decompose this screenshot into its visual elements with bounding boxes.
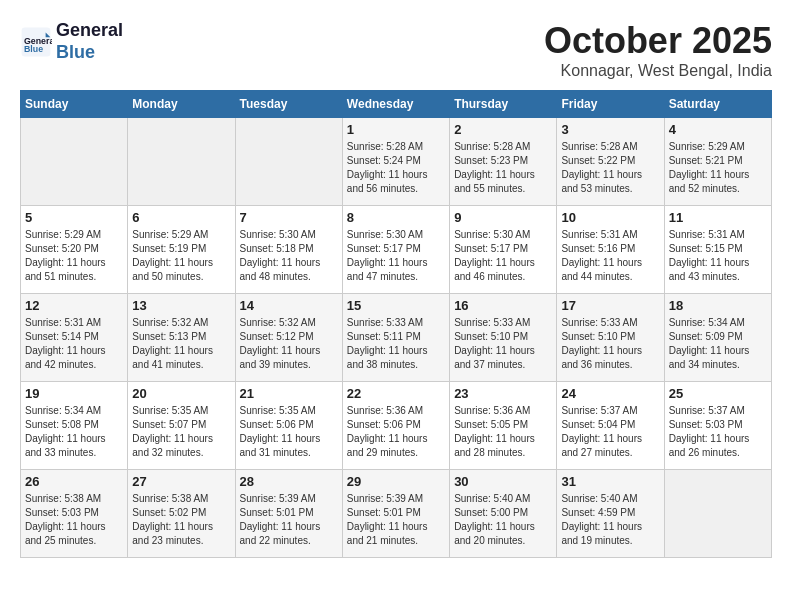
day-number: 27 [132,474,230,489]
calendar-cell: 13Sunrise: 5:32 AMSunset: 5:13 PMDayligh… [128,294,235,382]
calendar-cell [128,118,235,206]
day-number: 23 [454,386,552,401]
day-info: Sunrise: 5:29 AMSunset: 5:19 PMDaylight:… [132,228,230,284]
calendar-week-4: 19Sunrise: 5:34 AMSunset: 5:08 PMDayligh… [21,382,772,470]
calendar-week-3: 12Sunrise: 5:31 AMSunset: 5:14 PMDayligh… [21,294,772,382]
day-info: Sunrise: 5:28 AMSunset: 5:23 PMDaylight:… [454,140,552,196]
calendar-cell: 25Sunrise: 5:37 AMSunset: 5:03 PMDayligh… [664,382,771,470]
day-info: Sunrise: 5:30 AMSunset: 5:17 PMDaylight:… [347,228,445,284]
day-info: Sunrise: 5:31 AMSunset: 5:16 PMDaylight:… [561,228,659,284]
day-number: 7 [240,210,338,225]
day-number: 19 [25,386,123,401]
day-info: Sunrise: 5:35 AMSunset: 5:06 PMDaylight:… [240,404,338,460]
day-info: Sunrise: 5:28 AMSunset: 5:22 PMDaylight:… [561,140,659,196]
day-info: Sunrise: 5:36 AMSunset: 5:05 PMDaylight:… [454,404,552,460]
calendar-cell: 1Sunrise: 5:28 AMSunset: 5:24 PMDaylight… [342,118,449,206]
calendar-cell: 19Sunrise: 5:34 AMSunset: 5:08 PMDayligh… [21,382,128,470]
day-number: 10 [561,210,659,225]
day-number: 16 [454,298,552,313]
calendar-cell: 28Sunrise: 5:39 AMSunset: 5:01 PMDayligh… [235,470,342,558]
calendar-cell: 18Sunrise: 5:34 AMSunset: 5:09 PMDayligh… [664,294,771,382]
svg-text:Blue: Blue [24,44,43,54]
day-info: Sunrise: 5:31 AMSunset: 5:14 PMDaylight:… [25,316,123,372]
calendar-cell: 11Sunrise: 5:31 AMSunset: 5:15 PMDayligh… [664,206,771,294]
title-block: October 2025 Konnagar, West Bengal, Indi… [544,20,772,80]
day-number: 31 [561,474,659,489]
calendar-cell: 26Sunrise: 5:38 AMSunset: 5:03 PMDayligh… [21,470,128,558]
day-number: 20 [132,386,230,401]
calendar-cell: 14Sunrise: 5:32 AMSunset: 5:12 PMDayligh… [235,294,342,382]
weekday-header-monday: Monday [128,91,235,118]
calendar-cell: 2Sunrise: 5:28 AMSunset: 5:23 PMDaylight… [450,118,557,206]
day-info: Sunrise: 5:40 AMSunset: 5:00 PMDaylight:… [454,492,552,548]
weekday-header-friday: Friday [557,91,664,118]
weekday-header-saturday: Saturday [664,91,771,118]
calendar-cell: 21Sunrise: 5:35 AMSunset: 5:06 PMDayligh… [235,382,342,470]
calendar-cell: 22Sunrise: 5:36 AMSunset: 5:06 PMDayligh… [342,382,449,470]
calendar-cell [235,118,342,206]
day-info: Sunrise: 5:29 AMSunset: 5:21 PMDaylight:… [669,140,767,196]
page-header: General Blue General Blue October 2025 K… [20,20,772,80]
calendar-cell: 15Sunrise: 5:33 AMSunset: 5:11 PMDayligh… [342,294,449,382]
day-info: Sunrise: 5:39 AMSunset: 5:01 PMDaylight:… [347,492,445,548]
day-info: Sunrise: 5:34 AMSunset: 5:09 PMDaylight:… [669,316,767,372]
day-info: Sunrise: 5:31 AMSunset: 5:15 PMDaylight:… [669,228,767,284]
day-number: 26 [25,474,123,489]
calendar-cell: 17Sunrise: 5:33 AMSunset: 5:10 PMDayligh… [557,294,664,382]
day-number: 21 [240,386,338,401]
day-number: 15 [347,298,445,313]
calendar-cell: 12Sunrise: 5:31 AMSunset: 5:14 PMDayligh… [21,294,128,382]
calendar-cell: 24Sunrise: 5:37 AMSunset: 5:04 PMDayligh… [557,382,664,470]
calendar-cell: 27Sunrise: 5:38 AMSunset: 5:02 PMDayligh… [128,470,235,558]
calendar-cell: 10Sunrise: 5:31 AMSunset: 5:16 PMDayligh… [557,206,664,294]
calendar-week-1: 1Sunrise: 5:28 AMSunset: 5:24 PMDaylight… [21,118,772,206]
logo-icon: General Blue [20,26,52,58]
day-number: 9 [454,210,552,225]
day-number: 3 [561,122,659,137]
calendar-cell: 4Sunrise: 5:29 AMSunset: 5:21 PMDaylight… [664,118,771,206]
calendar-table: SundayMondayTuesdayWednesdayThursdayFrid… [20,90,772,558]
calendar-cell [664,470,771,558]
day-info: Sunrise: 5:38 AMSunset: 5:03 PMDaylight:… [25,492,123,548]
day-info: Sunrise: 5:34 AMSunset: 5:08 PMDaylight:… [25,404,123,460]
calendar-cell: 6Sunrise: 5:29 AMSunset: 5:19 PMDaylight… [128,206,235,294]
calendar-cell: 20Sunrise: 5:35 AMSunset: 5:07 PMDayligh… [128,382,235,470]
day-number: 4 [669,122,767,137]
logo-line1: General [56,20,123,42]
day-info: Sunrise: 5:30 AMSunset: 5:17 PMDaylight:… [454,228,552,284]
calendar-cell: 29Sunrise: 5:39 AMSunset: 5:01 PMDayligh… [342,470,449,558]
logo-line2: Blue [56,42,123,64]
day-number: 8 [347,210,445,225]
day-info: Sunrise: 5:33 AMSunset: 5:11 PMDaylight:… [347,316,445,372]
calendar-cell: 9Sunrise: 5:30 AMSunset: 5:17 PMDaylight… [450,206,557,294]
day-info: Sunrise: 5:40 AMSunset: 4:59 PMDaylight:… [561,492,659,548]
day-info: Sunrise: 5:32 AMSunset: 5:13 PMDaylight:… [132,316,230,372]
day-number: 28 [240,474,338,489]
day-number: 30 [454,474,552,489]
day-number: 1 [347,122,445,137]
day-number: 11 [669,210,767,225]
day-info: Sunrise: 5:35 AMSunset: 5:07 PMDaylight:… [132,404,230,460]
day-number: 5 [25,210,123,225]
weekday-header-wednesday: Wednesday [342,91,449,118]
month-title: October 2025 [544,20,772,62]
day-number: 2 [454,122,552,137]
day-info: Sunrise: 5:37 AMSunset: 5:03 PMDaylight:… [669,404,767,460]
day-number: 22 [347,386,445,401]
day-info: Sunrise: 5:28 AMSunset: 5:24 PMDaylight:… [347,140,445,196]
weekday-header-tuesday: Tuesday [235,91,342,118]
calendar-cell: 8Sunrise: 5:30 AMSunset: 5:17 PMDaylight… [342,206,449,294]
day-number: 17 [561,298,659,313]
calendar-cell: 31Sunrise: 5:40 AMSunset: 4:59 PMDayligh… [557,470,664,558]
day-info: Sunrise: 5:32 AMSunset: 5:12 PMDaylight:… [240,316,338,372]
location: Konnagar, West Bengal, India [544,62,772,80]
calendar-cell: 7Sunrise: 5:30 AMSunset: 5:18 PMDaylight… [235,206,342,294]
day-info: Sunrise: 5:38 AMSunset: 5:02 PMDaylight:… [132,492,230,548]
day-number: 14 [240,298,338,313]
logo: General Blue General Blue [20,20,123,63]
day-number: 13 [132,298,230,313]
day-number: 6 [132,210,230,225]
calendar-cell: 5Sunrise: 5:29 AMSunset: 5:20 PMDaylight… [21,206,128,294]
calendar-week-5: 26Sunrise: 5:38 AMSunset: 5:03 PMDayligh… [21,470,772,558]
calendar-week-2: 5Sunrise: 5:29 AMSunset: 5:20 PMDaylight… [21,206,772,294]
